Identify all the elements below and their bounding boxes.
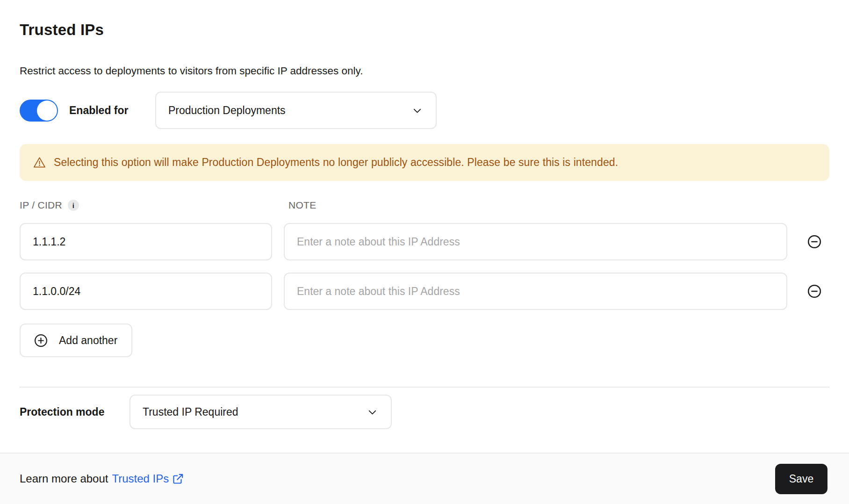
section-divider	[20, 387, 829, 388]
remove-ip-button[interactable]	[806, 234, 822, 250]
trusted-ips-toggle[interactable]	[20, 100, 58, 122]
save-button[interactable]: Save	[775, 464, 827, 494]
protection-mode-select-value: Trusted IP Required	[143, 406, 238, 418]
external-link-icon	[172, 473, 184, 485]
enabled-for-row: Enabled for Production Deployments	[20, 92, 829, 129]
note-column-label: NOTE	[288, 200, 317, 211]
protection-mode-select[interactable]: Trusted IP Required	[130, 395, 392, 429]
add-another-button[interactable]: Add another	[20, 324, 132, 357]
trusted-ips-link-label: Trusted IPs	[112, 472, 169, 485]
protection-mode-row: Protection mode Trusted IP Required	[20, 394, 829, 430]
warning-text: Selecting this option will make Producti…	[54, 156, 618, 169]
chevron-down-icon	[411, 104, 424, 117]
footer-bar: Learn more about Trusted IPs Save	[0, 453, 849, 504]
ip-cidr-column-label: IP / CIDR	[20, 200, 62, 211]
ip-cidr-input[interactable]	[20, 273, 272, 310]
table-row	[20, 223, 829, 260]
learn-more-prefix: Learn more about	[20, 472, 108, 485]
column-headers: IP / CIDR i NOTE	[20, 200, 829, 211]
trusted-ips-link[interactable]: Trusted IPs	[112, 472, 184, 485]
remove-ip-button[interactable]	[806, 283, 822, 299]
ip-cidr-column-header: IP / CIDR i	[20, 200, 272, 211]
warning-triangle-icon	[33, 156, 46, 169]
minus-circle-icon	[807, 234, 822, 249]
trusted-ips-panel: Trusted IPs Restrict access to deploymen…	[0, 21, 849, 430]
info-icon[interactable]: i	[68, 200, 79, 211]
chevron-down-icon	[366, 406, 379, 418]
page-title: Trusted IPs	[20, 21, 829, 39]
enabled-for-select-value: Production Deployments	[168, 104, 286, 117]
learn-more-text: Learn more about Trusted IPs	[20, 472, 184, 485]
note-input[interactable]	[284, 273, 787, 310]
enabled-for-select[interactable]: Production Deployments	[155, 92, 437, 129]
page-description: Restrict access to deployments to visito…	[20, 65, 829, 78]
toggle-knob	[37, 101, 57, 121]
add-another-label: Add another	[59, 334, 117, 347]
table-row	[20, 273, 829, 310]
ip-cidr-input[interactable]	[20, 223, 272, 260]
note-column-header: NOTE	[284, 200, 787, 211]
note-input[interactable]	[284, 223, 787, 260]
protection-mode-label: Protection mode	[20, 406, 104, 418]
enabled-for-label: Enabled for	[69, 104, 129, 117]
plus-circle-icon	[34, 333, 48, 348]
minus-circle-icon	[807, 284, 822, 299]
warning-banner: Selecting this option will make Producti…	[20, 144, 829, 181]
